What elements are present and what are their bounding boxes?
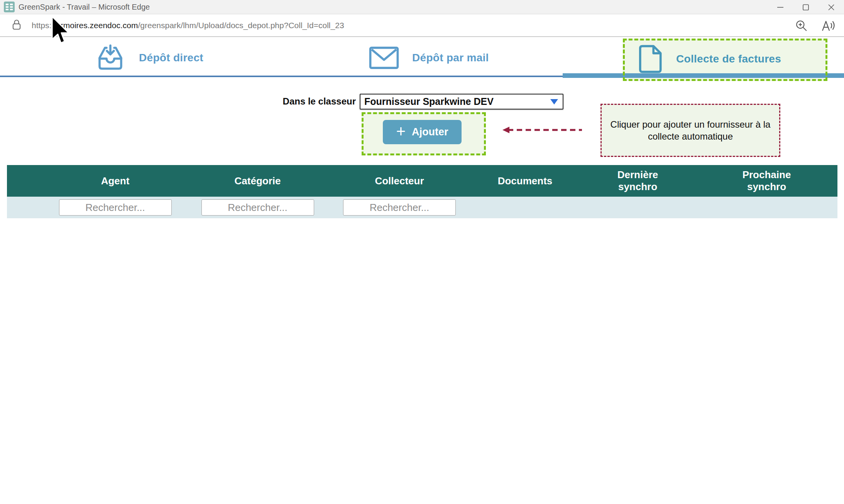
- window-titlebar: GreenSpark - Travail – Microsoft Edge: [0, 0, 844, 14]
- table-search-row: [7, 197, 837, 218]
- classeur-label: Dans le classeur: [270, 96, 356, 107]
- annotation-arrow: [502, 126, 582, 134]
- dropdown-arrow-icon: [550, 99, 558, 105]
- document-icon: [638, 45, 663, 73]
- envelope-icon: [369, 46, 399, 70]
- window-title: GreenSpark - Travail – Microsoft Edge: [19, 3, 150, 12]
- classeur-select[interactable]: Fournisseur Sparkwine DEV: [360, 94, 563, 110]
- header-cell-agent: Agent: [7, 165, 187, 197]
- tab-label: Dépôt par mail: [412, 52, 489, 64]
- table-header: Agent Catégorie Collecteur Documents Der…: [7, 165, 837, 197]
- url-text: https://armoires.zeendoc.com/greenspark/…: [32, 21, 344, 30]
- header-cell-prochaine-synchro: Prochaine synchro: [740, 165, 794, 197]
- close-icon: [828, 4, 835, 11]
- tab-label: Dépôt direct: [139, 52, 203, 64]
- search-input-agent[interactable]: [59, 199, 172, 216]
- window-controls: [768, 0, 844, 14]
- header-cell-derniere-synchro: Dernière synchro: [611, 165, 665, 197]
- suppliers-table: Agent Catégorie Collecteur Documents Der…: [7, 165, 837, 218]
- annotation-text: Cliquer pour ajouter un fournisseur à la…: [609, 118, 771, 142]
- classeur-selected-value: Fournisseur Sparkwine DEV: [364, 96, 494, 107]
- close-button[interactable]: [819, 0, 844, 14]
- browser-window: GreenSpark - Travail – Microsoft Edge: [0, 0, 844, 504]
- url-path: /greenspark/lhm/Upload/docs_depot.php?Co…: [138, 21, 344, 30]
- add-button-label: Ajouter: [412, 126, 448, 138]
- url-domain: armoires.zeendoc.com: [56, 21, 138, 30]
- maximize-icon: [802, 4, 809, 11]
- zoom-in-icon[interactable]: [795, 20, 808, 32]
- minimize-icon: [777, 4, 784, 11]
- read-aloud-icon[interactable]: [821, 20, 836, 32]
- add-button[interactable]: + Ajouter: [383, 120, 462, 144]
- maximize-button[interactable]: [793, 0, 819, 14]
- inbox-tray-icon: [95, 44, 126, 72]
- address-bar[interactable]: https://armoires.zeendoc.com/greenspark/…: [0, 15, 844, 37]
- app-favicon-icon: [4, 2, 15, 12]
- header-cell-documents: Documents: [470, 165, 580, 197]
- tab-collecte-de-factures[interactable]: Collecte de factures: [638, 42, 781, 76]
- plus-icon: +: [396, 123, 406, 140]
- url-scheme: https://: [32, 21, 56, 30]
- header-cell-categorie: Catégorie: [187, 165, 328, 197]
- lock-icon[interactable]: [12, 19, 22, 30]
- tab-depot-par-mail[interactable]: Dépôt par mail: [369, 40, 489, 75]
- tab-label: Collecte de factures: [676, 53, 781, 65]
- minimize-button[interactable]: [768, 0, 793, 14]
- annotation-box: Cliquer pour ajouter un fournisseur à la…: [600, 104, 780, 157]
- tab-depot-direct[interactable]: Dépôt direct: [95, 40, 203, 75]
- search-input-categorie[interactable]: [201, 199, 314, 216]
- search-input-collecteur[interactable]: [343, 199, 456, 216]
- header-cell-collecteur: Collecteur: [328, 165, 470, 197]
